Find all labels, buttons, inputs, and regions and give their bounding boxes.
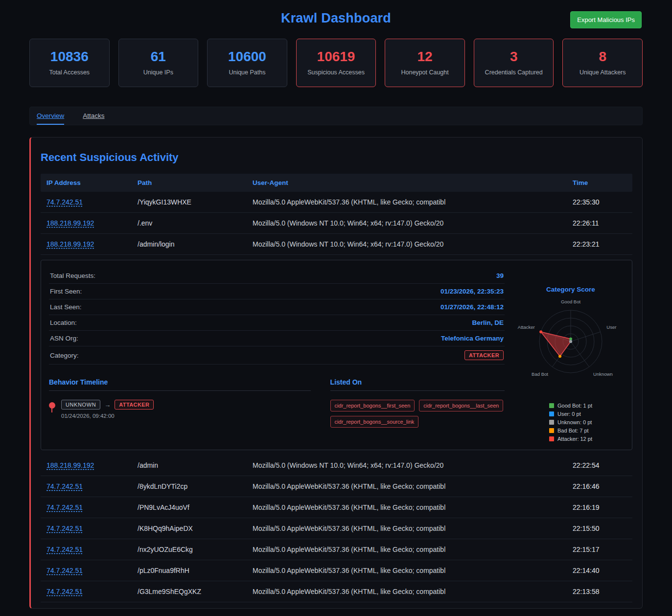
stat-label: Credentials Captured [477, 69, 551, 76]
path-cell: /PN9LvAcJ4uoVf [138, 503, 253, 511]
time-cell: 22:26:11 [573, 219, 626, 227]
path-cell: /8ykdLnDYTi2cp [138, 482, 253, 490]
stat-value: 10600 [210, 49, 284, 65]
path-cell: /admin/login [138, 240, 253, 248]
ip-link[interactable]: 74.7.242.51 [46, 482, 83, 490]
legend-label: Attacker: 12 pt [557, 436, 592, 442]
legend-item: Attacker: 12 pt [549, 436, 592, 442]
user-agent-cell: Mozilla/5.0 AppleWebKit/537.36 (KHTML, l… [253, 482, 573, 490]
stat-card: 10600 Unique Paths [207, 39, 287, 87]
legend-swatch [549, 428, 554, 433]
timeline-pin-icon [49, 402, 55, 409]
detail-category-row: Category: ATTACKER [49, 346, 505, 365]
detail-field-label: ASN Org: [50, 335, 78, 342]
detail-field-label: Location: [50, 319, 77, 326]
table-row[interactable]: 74.7.242.51 /PN9LvAcJ4uoVf Mozilla/5.0 A… [41, 497, 632, 518]
category-score-column: Category Score Good BotUserUnknownBad Bo… [517, 268, 624, 442]
tab-attacks[interactable]: Attacks [83, 107, 104, 125]
legend-item: Unknown: 0 pt [549, 419, 592, 425]
suspicious-activity-panel: Recent Suspicious Activity IP Address Pa… [29, 137, 643, 609]
legend-label: User: 0 pt [557, 411, 581, 417]
detail-field-label: Total Requests: [50, 272, 95, 279]
col-header-user-agent: User-Agent [253, 179, 573, 186]
tab-overview[interactable]: Overview [37, 107, 64, 125]
col-header-path: Path [138, 179, 253, 186]
ip-link[interactable]: 74.7.242.51 [46, 567, 83, 574]
ip-link[interactable]: 188.218.99.192 [46, 219, 94, 227]
svg-text:Good Bot: Good Bot [561, 299, 580, 304]
table-row[interactable]: 74.7.242.51 /G3Lme9ShEQgXKZ Mozilla/5.0 … [41, 581, 632, 602]
legend-label: Good Bot: 1 pt [557, 403, 592, 409]
table-rows-bottom: 188.218.99.192 /admin Mozilla/5.0 (Windo… [41, 455, 632, 602]
stat-value: 3 [477, 49, 551, 65]
stat-value: 8 [566, 49, 639, 65]
ip-cell: 74.7.242.51 [46, 588, 138, 595]
time-cell: 22:13:58 [573, 588, 626, 595]
detail-bottom: Behavior Timeline UNKNOWN → ATTACKER 01/… [49, 378, 505, 428]
path-cell: /.env [138, 219, 253, 227]
ip-cell: 74.7.242.51 [46, 546, 138, 553]
time-cell: 22:16:19 [573, 503, 626, 511]
ip-link[interactable]: 74.7.242.51 [46, 588, 83, 595]
svg-text:Attacker: Attacker [518, 324, 535, 330]
table-row[interactable]: 74.7.242.51 /8ykdLnDYTi2cp Mozilla/5.0 A… [41, 476, 632, 497]
listed-on-chips: cidr_report_bogons__first_seen cidr_repo… [330, 400, 505, 428]
stat-card: 10619 Suspicious Accesses [296, 39, 376, 87]
stat-value: 10619 [300, 49, 373, 65]
stat-card: 10836 Total Accesses [29, 39, 110, 87]
time-cell: 22:15:50 [573, 525, 626, 532]
legend-label: Bad Bot: 7 pt [557, 428, 589, 433]
ip-link[interactable]: 74.7.242.51 [46, 546, 83, 553]
table-row[interactable]: 74.7.242.51 /K8HQq9hAipeDX Mozilla/5.0 A… [41, 518, 632, 539]
detail-fields: Total Requests: 39 First Seen: 01/23/202… [49, 268, 505, 346]
legend-swatch [549, 411, 554, 416]
blocklist-chip: cidr_report_bogons__first_seen [330, 400, 415, 411]
radar-legend: Good Bot: 1 pt User: 0 pt Unknown: 0 pt [549, 403, 592, 442]
stat-label: Unique Paths [210, 69, 284, 76]
table-row[interactable]: 188.218.99.192 /.env Mozilla/5.0 (Window… [41, 213, 632, 234]
page-title: Krawl Dashboard [29, 11, 643, 26]
user-agent-cell: Mozilla/5.0 AppleWebKit/537.36 (KHTML, l… [253, 567, 573, 574]
time-cell: 22:35:30 [573, 198, 626, 206]
user-agent-cell: Mozilla/5.0 (Windows NT 10.0; Win64; x64… [253, 219, 573, 227]
listed-on-title: Listed On [330, 378, 505, 391]
table-row[interactable]: 188.218.99.192 /admin Mozilla/5.0 (Windo… [41, 455, 632, 476]
col-header-time: Time [573, 179, 626, 186]
table-row[interactable]: 188.218.99.192 /admin/login Mozilla/5.0 … [41, 234, 632, 255]
table-rows-top: 74.7.242.51 /YiqykGI13WHXE Mozilla/5.0 A… [41, 192, 632, 255]
ip-link[interactable]: 74.7.242.51 [46, 198, 83, 206]
ip-link[interactable]: 188.218.99.192 [46, 240, 94, 248]
radar-chart-title: Category Score [546, 286, 595, 293]
ip-cell: 74.7.242.51 [46, 567, 138, 574]
ip-link[interactable]: 74.7.242.51 [46, 503, 83, 511]
behavior-timeline-title: Behavior Timeline [49, 378, 311, 391]
ip-cell: 188.218.99.192 [46, 219, 138, 227]
detail-field-value: 01/27/2026, 22:48:12 [440, 303, 504, 311]
time-cell: 22:15:17 [573, 546, 626, 553]
path-cell: /G3Lme9ShEQgXKZ [138, 588, 253, 595]
legend-label: Unknown: 0 pt [557, 419, 592, 425]
table-row[interactable]: 74.7.242.51 /nx2yUOZuE6Ckg Mozilla/5.0 A… [41, 539, 632, 560]
header: Krawl Dashboard Export Malicious IPs [0, 0, 672, 31]
ip-cell: 74.7.242.51 [46, 198, 138, 206]
detail-field-label: First Seen: [50, 288, 82, 295]
ip-link[interactable]: 188.218.99.192 [46, 461, 94, 469]
tab-bar: Overview Attacks [29, 107, 643, 125]
legend-swatch [549, 420, 554, 425]
detail-field-value: 01/23/2026, 22:35:23 [440, 288, 504, 295]
ip-link[interactable]: 74.7.242.51 [46, 525, 83, 532]
export-malicious-ips-button[interactable]: Export Malicious IPs [570, 11, 642, 28]
legend-swatch [549, 436, 554, 441]
path-cell: /admin [138, 461, 253, 469]
user-agent-cell: Mozilla/5.0 AppleWebKit/537.36 (KHTML, l… [253, 198, 573, 206]
ip-cell: 74.7.242.51 [46, 503, 138, 511]
timeline-entry: UNKNOWN → ATTACKER 01/24/2026, 09:42:00 [49, 400, 311, 419]
ip-cell: 188.218.99.192 [46, 240, 138, 248]
ip-detail-info: Total Requests: 39 First Seen: 01/23/202… [49, 268, 505, 442]
ip-detail-panel: Total Requests: 39 First Seen: 01/23/202… [41, 260, 632, 450]
table-row[interactable]: 74.7.242.51 /YiqykGI13WHXE Mozilla/5.0 A… [41, 192, 632, 213]
table-row[interactable]: 74.7.242.51 /pLz0Fnua9fRhH Mozilla/5.0 A… [41, 560, 632, 581]
detail-category-label: Category: [50, 352, 79, 359]
radar-chart: Good BotUserUnknownBad BotAttacker [514, 294, 627, 392]
path-cell: /K8HQq9hAipeDX [138, 525, 253, 532]
